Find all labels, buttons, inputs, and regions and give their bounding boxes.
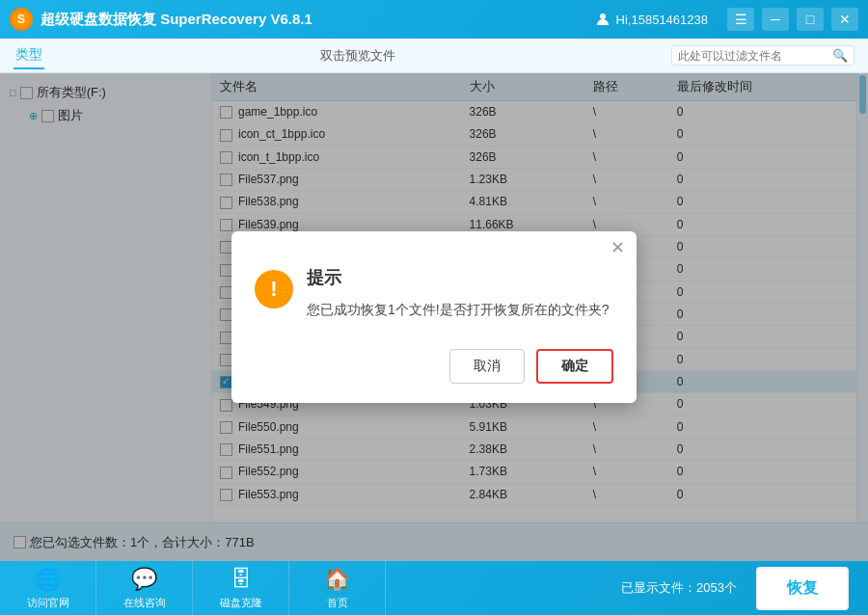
modal-overlay: ✕ ! 提示 您已成功恢复1个文件!是否打开恢复所在的文件夹? 取消 确定 — [0, 73, 868, 561]
app-title: 超级硬盘数据恢复 SuperRecovery V6.8.1 — [41, 11, 595, 29]
warning-icon: ! — [255, 270, 293, 308]
user-info: Hi,15851461238 — [595, 12, 708, 27]
modal-header: ✕ — [231, 231, 637, 256]
app-logo: S — [10, 8, 33, 31]
dialog: ✕ ! 提示 您已成功恢复1个文件!是否打开恢复所在的文件夹? 取消 确定 — [231, 231, 637, 403]
website-label: 访问官网 — [27, 596, 69, 610]
bottom-bar: 🌐 访问官网 💬 在线咨询 🗄 磁盘克隆 🏠 首页 已显示文件：2053个 恢复 — [0, 561, 868, 615]
file-count-label: 已显示文件：2053个 — [602, 579, 756, 597]
online-consult-button[interactable]: 💬 在线咨询 — [96, 561, 193, 615]
content-wrapper: □ 所有类型(F:) ⊕ 图片 文件名 大小 路径 — [0, 73, 868, 561]
recover-button[interactable]: 恢复 — [756, 567, 849, 610]
svg-point-0 — [600, 13, 606, 19]
maximize-button[interactable]: □ — [797, 8, 824, 31]
home-label: 首页 — [327, 596, 348, 610]
logo-text: S — [17, 13, 25, 26]
home-button[interactable]: 🏠 首页 — [289, 561, 386, 615]
menu-button[interactable]: ☰ — [727, 8, 754, 31]
window-controls: ☰ ─ □ ✕ — [727, 8, 858, 31]
close-button[interactable]: ✕ — [831, 8, 858, 31]
username-label: Hi,15851461238 — [616, 13, 708, 27]
type-tab[interactable]: 类型 — [14, 42, 44, 69]
consult-label: 在线咨询 — [123, 596, 166, 610]
confirm-button[interactable]: 确定 — [536, 349, 613, 384]
preview-label: 双击预览文件 — [320, 48, 395, 63]
disk-label: 磁盘克隆 — [220, 596, 262, 610]
minimize-button[interactable]: ─ — [762, 8, 789, 31]
search-icon: 🔍 — [832, 48, 848, 63]
disk-clone-button[interactable]: 🗄 磁盘克隆 — [193, 561, 289, 615]
consult-icon: 💬 — [131, 567, 157, 592]
cancel-button[interactable]: 取消 — [449, 349, 525, 384]
disk-icon: 🗄 — [231, 567, 252, 592]
modal-footer: 取消 确定 — [231, 339, 637, 403]
modal-body: ! 提示 您已成功恢复1个文件!是否打开恢复所在的文件夹? — [231, 256, 637, 339]
home-icon: 🏠 — [324, 567, 350, 592]
user-icon — [595, 12, 610, 27]
modal-title: 提示 — [307, 266, 609, 289]
modal-message: 您已成功恢复1个文件!是否打开恢复所在的文件夹? — [307, 299, 609, 320]
website-icon: 🌐 — [35, 567, 61, 592]
search-input[interactable] — [678, 49, 832, 63]
visit-website-button[interactable]: 🌐 访问官网 — [0, 561, 96, 615]
titlebar: S 超级硬盘数据恢复 SuperRecovery V6.8.1 Hi,15851… — [0, 0, 868, 39]
search-box[interactable]: 🔍 — [671, 45, 854, 66]
modal-close-button[interactable]: ✕ — [610, 239, 625, 256]
toolbar: 类型 双击预览文件 🔍 — [0, 39, 868, 73]
modal-text-content: 提示 您已成功恢复1个文件!是否打开恢复所在的文件夹? — [307, 266, 609, 320]
